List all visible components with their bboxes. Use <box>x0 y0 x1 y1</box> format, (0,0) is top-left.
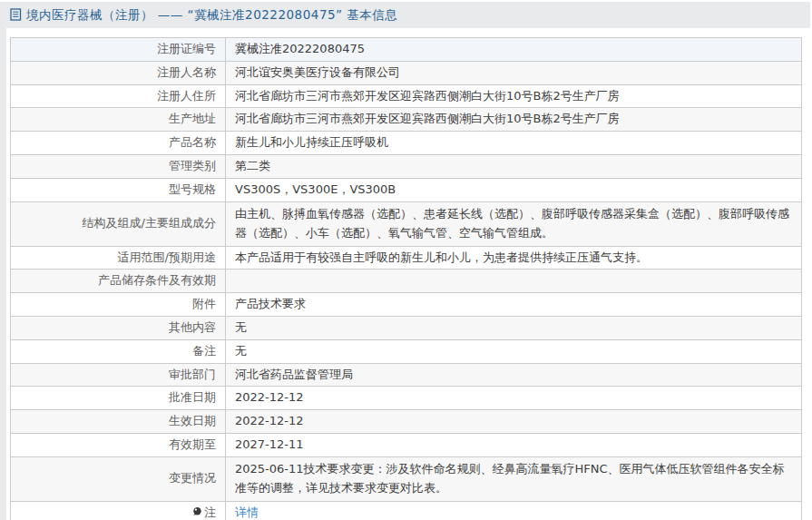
row-label: 有效期至 <box>11 433 226 456</box>
row-value: 河北省廊坊市三河市燕郊开发区迎宾路西侧潮白大街10号B栋2号生产厂房 <box>226 108 802 132</box>
row-value: 2027-12-11 <box>226 433 802 456</box>
table-row: 其他内容 无 <box>11 316 802 339</box>
row-label: 生效日期 <box>11 410 226 434</box>
table-row: 审批部门 河北省药品监督管理局 <box>11 363 802 387</box>
row-value: 详情 <box>226 501 802 520</box>
table-row: 备注 无 <box>11 339 802 363</box>
row-value: 无 <box>226 316 802 339</box>
table-row: 有效期至 2027-12-11 <box>11 433 802 456</box>
table-row: 批准日期 2022-12-12 <box>11 387 802 410</box>
row-label: 变更情况 <box>11 456 226 501</box>
row-value: 2022-12-12 <box>226 387 802 410</box>
row-value: 2025-06-11技术要求变更：涉及软件命名规则、经鼻高流量氧疗HFNC、医用… <box>226 456 802 501</box>
row-value: VS300S，VS300E，VS300B <box>226 178 802 201</box>
row-label: 注册人名称 <box>11 61 226 84</box>
note-bulb-icon <box>192 505 202 520</box>
row-label: 注 <box>11 501 226 520</box>
table-row: 附件 产品技术要求 <box>11 293 802 317</box>
row-label: 产品名称 <box>11 132 226 155</box>
table-row: 生产地址 河北省廊坊市三河市燕郊开发区迎宾路西侧潮白大街10号B栋2号生产厂房 <box>11 108 802 132</box>
details-link[interactable]: 详情 <box>235 505 259 519</box>
row-label: 备注 <box>11 339 226 363</box>
table-row: 注册证编号 冀械注准20222080475 <box>11 38 802 62</box>
table-row: 结构及组成/主要组成成分 由主机、脉搏血氧传感器（选配）、患者延长线（选配）、腹… <box>11 201 802 246</box>
table-row: 产品名称 新生儿和小儿持续正压呼吸机 <box>11 132 802 155</box>
row-label: 其他内容 <box>11 316 226 339</box>
row-label: 管理类别 <box>11 154 226 178</box>
row-label: 审批部门 <box>11 363 226 387</box>
row-label: 结构及组成/主要组成成分 <box>11 201 226 246</box>
page-header: 境内医疗器械（注册） —— “冀械注准20222080475” 基本信息 <box>2 2 810 28</box>
row-label: 批准日期 <box>11 387 226 410</box>
row-value <box>226 270 802 293</box>
row-value: 冀械注准20222080475 <box>226 38 802 62</box>
row-value: 河北省药品监督管理局 <box>226 363 802 387</box>
row-value: 由主机、脉搏血氧传感器（选配）、患者延长线（选配）、腹部呼吸传感器采集盒（选配）… <box>226 201 802 246</box>
note-label: 注 <box>204 505 216 519</box>
table-row-note: 注 详情 <box>11 501 802 520</box>
row-label: 型号规格 <box>11 178 226 201</box>
table-row: 注册人名称 河北谊安奥美医疗设备有限公司 <box>11 61 802 84</box>
page-title-text: 境内医疗器械（注册） —— “冀械注准20222080475” 基本信息 <box>26 7 397 24</box>
row-label: 生产地址 <box>11 108 226 132</box>
table-row: 型号规格 VS300S，VS300E，VS300B <box>11 178 802 201</box>
registration-info-table: 注册证编号 冀械注准20222080475 注册人名称 河北谊安奥美医疗设备有限… <box>10 37 802 520</box>
row-value: 本产品适用于有较强自主呼吸的新生儿和小儿，为患者提供持续正压通气支持。 <box>226 246 802 270</box>
row-label: 注册人住所 <box>11 84 226 108</box>
row-value: 第二类 <box>226 154 802 178</box>
document-icon <box>10 8 22 24</box>
row-label: 附件 <box>11 293 226 317</box>
table-row: 注册人住所 河北省廊坊市三河市燕郊开发区迎宾路西侧潮白大街10号B栋2号生产厂房 <box>11 84 802 108</box>
table-row: 生效日期 2022-12-12 <box>11 410 802 434</box>
row-value: 产品技术要求 <box>226 293 802 317</box>
row-value: 2022-12-12 <box>226 410 802 434</box>
page-left-margin <box>0 2 6 520</box>
table-row: 产品储存条件及有效期 <box>11 270 802 293</box>
row-label: 产品储存条件及有效期 <box>11 270 226 293</box>
row-value: 河北省廊坊市三河市燕郊开发区迎宾路西侧潮白大街10号B栋2号生产厂房 <box>226 84 802 108</box>
row-label: 注册证编号 <box>11 38 226 62</box>
row-label: 适用范围/预期用途 <box>11 246 226 270</box>
table-row: 管理类别 第二类 <box>11 154 802 178</box>
table-row: 适用范围/预期用途 本产品适用于有较强自主呼吸的新生儿和小儿，为患者提供持续正压… <box>11 246 802 270</box>
page-title: 境内医疗器械（注册） —— “冀械注准20222080475” 基本信息 <box>10 7 397 24</box>
table-row: 变更情况 2025-06-11技术要求变更：涉及软件命名规则、经鼻高流量氧疗HF… <box>11 456 802 501</box>
row-value: 河北谊安奥美医疗设备有限公司 <box>226 61 802 84</box>
row-value: 无 <box>226 339 802 363</box>
row-value: 新生儿和小儿持续正压呼吸机 <box>226 132 802 155</box>
